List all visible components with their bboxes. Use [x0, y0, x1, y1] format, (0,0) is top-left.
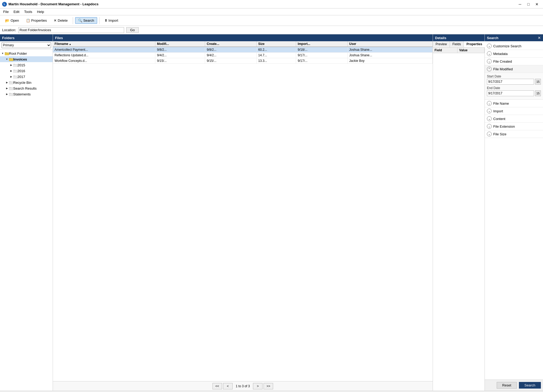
menu-help[interactable]: Help: [35, 9, 46, 14]
expand-2016[interactable]: ▶: [9, 69, 13, 73]
expand-root[interactable]: ▼: [1, 51, 5, 56]
tree-item-invoices[interactable]: ▼ Invoices: [0, 56, 53, 62]
folders-panel: Folders Primary ▼ Root Folder ▼: [0, 34, 53, 391]
table-row[interactable]: Workflow Concepts.d...9/15/...9/15/...13…: [53, 58, 433, 64]
files-table-wrap: Filename Modifi... Create... Size Import…: [53, 41, 433, 381]
page-first[interactable]: <<: [212, 383, 222, 389]
minimize-button[interactable]: ─: [516, 1, 524, 7]
search-option-label-file-size: File Size: [493, 132, 506, 136]
main-layout: Folders Primary ▼ Root Folder ▼: [0, 34, 543, 391]
col-created[interactable]: Create...: [205, 41, 257, 47]
tree-item-2016[interactable]: ▶ 2016: [0, 68, 53, 74]
tree-item-2015[interactable]: ▶ 2015: [0, 62, 53, 68]
expand-2017[interactable]: ▶: [9, 75, 13, 79]
page-last[interactable]: >>: [264, 383, 273, 389]
search-option-import[interactable]: ⌄ Import: [485, 107, 543, 115]
close-button[interactable]: ✕: [533, 1, 541, 7]
menu-tools[interactable]: Tools: [22, 9, 34, 14]
col-size[interactable]: Size: [256, 41, 296, 47]
menu-file[interactable]: File: [1, 9, 11, 14]
file-modified-expanded: Start Date 15 End Date 15: [485, 73, 543, 100]
start-date-label: Start Date: [487, 75, 541, 78]
import-label: Import: [108, 19, 118, 22]
details-panel-header: Details: [433, 34, 485, 41]
start-date-input[interactable]: [487, 79, 534, 85]
expand-searchresults[interactable]: ▶: [5, 86, 9, 90]
search-option-customize[interactable]: ⌄ Customize Search: [485, 42, 543, 50]
delete-button[interactable]: ✕ Delete: [51, 17, 71, 24]
cell-size: 60.2...: [256, 47, 296, 53]
search-panel-title: Search: [487, 36, 498, 40]
search-option-file-modified[interactable]: ⌄ File Modified: [485, 65, 543, 73]
folder-icon-2015: [13, 63, 17, 67]
col-modified[interactable]: Modifi...: [155, 41, 205, 47]
col-user[interactable]: User: [347, 41, 432, 47]
page-prev[interactable]: <: [223, 383, 233, 389]
page-next[interactable]: >: [253, 383, 263, 389]
import-button[interactable]: ⬆ Import: [102, 17, 121, 24]
cell-size: 14.7...: [256, 53, 296, 58]
tree-item-statements[interactable]: ▶ Statements: [0, 91, 53, 97]
search-execute-button[interactable]: Search: [519, 382, 541, 389]
go-button[interactable]: Go: [126, 27, 139, 33]
search-option-label-import: Import: [493, 109, 503, 113]
page-info: 1 to 3 of 3: [234, 384, 252, 388]
location-input[interactable]: [18, 27, 124, 33]
chevron-file-size: ⌄: [487, 132, 492, 136]
search-option-file-name[interactable]: ⌄ File Name: [485, 100, 543, 107]
svg-rect-7: [9, 93, 13, 96]
search-button[interactable]: 🔍 Search: [75, 17, 97, 24]
col-imported[interactable]: Import...: [296, 41, 347, 47]
svg-rect-0: [5, 53, 9, 55]
expand-2015[interactable]: ▶: [9, 63, 13, 67]
tree-item-root[interactable]: ▼ Root Folder: [0, 50, 53, 56]
expand-statements[interactable]: ▶: [5, 92, 9, 96]
tab-fields[interactable]: Fields: [450, 41, 464, 47]
search-option-file-created[interactable]: ⌄ File Created: [485, 58, 543, 65]
tab-preview[interactable]: Preview: [433, 41, 450, 47]
start-date-calendar-button[interactable]: 15: [535, 79, 541, 85]
cell-modified: 9/8/2...: [155, 47, 205, 53]
search-option-metadata[interactable]: ⌄ Metadata: [485, 50, 543, 58]
menu-edit[interactable]: Edit: [11, 9, 21, 14]
search-option-file-size[interactable]: ⌄ File Size: [485, 130, 543, 138]
tree-item-recycle[interactable]: ▶ Recycle Bin: [0, 80, 53, 85]
search-option-file-extension[interactable]: ⌄ File Extension: [485, 123, 543, 130]
details-panel: Details Preview Fields Properties Field …: [433, 34, 485, 391]
pagination: << < 1 to 3 of 3 > >>: [53, 381, 433, 391]
folder-icon-root: [5, 52, 9, 55]
chevron-import: ⌄: [487, 109, 492, 113]
reset-button[interactable]: Reset: [497, 382, 517, 389]
search-close-button[interactable]: ✕: [538, 36, 541, 40]
table-row[interactable]: Americollect Payment...9/8/2...9/8/2...6…: [53, 47, 433, 53]
search-option-label-metadata: Metadata: [493, 52, 508, 56]
folders-title: Folders: [2, 36, 15, 40]
col-filename[interactable]: Filename: [53, 41, 155, 47]
expand-recycle[interactable]: ▶: [5, 80, 9, 85]
end-date-calendar-button[interactable]: 15: [535, 90, 541, 96]
search-icon: 🔍: [78, 19, 82, 22]
search-option-content[interactable]: ⌄ Content: [485, 115, 543, 123]
chevron-customize: ⌄: [487, 44, 492, 48]
import-icon: ⬆: [105, 19, 107, 22]
table-row[interactable]: Reflections Updated.d...9/4/2...9/4/2...…: [53, 53, 433, 58]
open-button[interactable]: 📂 Open: [2, 17, 22, 24]
cell-created: 9/8/2...: [205, 47, 257, 53]
cell-user: Jackie Boy: [347, 58, 432, 64]
details-table: Field Value: [433, 48, 485, 53]
properties-button[interactable]: 📋 Properties: [23, 17, 50, 24]
end-date-input[interactable]: [487, 90, 534, 96]
maximize-button[interactable]: □: [524, 1, 532, 7]
details-tabs: Preview Fields Properties: [433, 41, 485, 48]
svg-rect-6: [9, 87, 13, 90]
tree-item-2017[interactable]: ▶ 2017: [0, 74, 53, 80]
properties-label: Properties: [31, 19, 47, 22]
end-date-row: 15: [487, 90, 541, 96]
tree-item-searchresults[interactable]: ▶ Search Results: [0, 85, 53, 91]
tree-label-invoices: Invoices: [13, 57, 27, 61]
location-label: Location:: [2, 28, 16, 32]
tab-properties[interactable]: Properties: [464, 41, 485, 47]
expand-invoices[interactable]: ▼: [5, 57, 9, 61]
folders-dropdown[interactable]: Primary: [2, 42, 51, 48]
search-option-label-file-created: File Created: [493, 59, 512, 63]
